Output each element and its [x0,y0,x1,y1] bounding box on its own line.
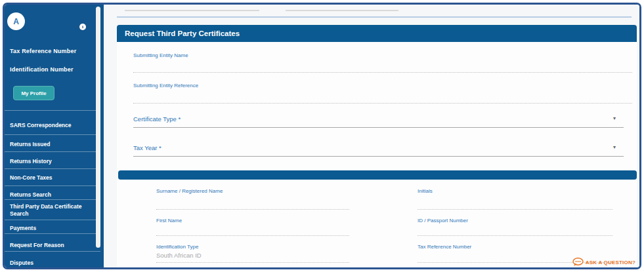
certificate-type-select[interactable]: Certificate Type * ▾ [133,113,624,128]
certificate-type-underline [133,127,624,128]
efiling-frame: A i Tax Reference Number Identification … [3,3,641,269]
identification-type-value: South African ID [156,252,202,259]
page-title: Request Third Party Certificates [125,29,240,37]
sidebar-item-sars-correspondence[interactable]: SARS Correspondence [10,122,99,129]
sidebar-divider [5,151,100,152]
request-form-card: Submitting Entity Name Submitting Entity… [117,42,637,170]
app-window: A i Tax Reference Number Identification … [0,0,644,272]
sidebar-divider [5,199,100,200]
initials-label: Initials [418,188,433,194]
tax-reference-number-field-label: Tax Reference Number [418,244,471,250]
sidebar-item-request-for-reason[interactable]: Request For Reason [10,242,99,249]
top-field-underline [286,10,398,11]
surname-registered-name-input[interactable] [156,209,349,210]
sidebar-divider [5,251,100,252]
tax-year-select[interactable]: Tax Year * ▾ [133,142,624,157]
sidebar-divider [5,134,100,135]
sidebar-item-returns-issued[interactable]: Returns Issued [10,141,99,148]
party-details-card: Surname / Registered Name First Name Ide… [117,180,637,267]
identification-number-label: Identification Number [10,66,74,73]
initials-input[interactable] [418,209,612,210]
submitting-entity-reference-input[interactable] [133,103,632,104]
chat-bubble-icon [572,258,584,267]
avatar[interactable]: A [7,12,25,30]
my-profile-button[interactable]: My Profile [13,86,54,100]
chevron-down-icon: ▾ [613,115,616,121]
party-details-section-bar [118,170,637,180]
ask-a-question-button[interactable]: ASK A QUESTION? [572,258,635,267]
sidebar-item-returns-history[interactable]: Returns History [10,158,99,165]
sidebar-divider [5,110,100,111]
surname-registered-name-label: Surname / Registered Name [156,188,223,194]
chevron-down-icon: ▾ [613,144,616,150]
sidebar-item-payments[interactable]: Payments [10,225,99,232]
sidebar-scrollbar-thumb[interactable] [96,7,100,248]
submitting-entity-reference-label: Submitting Entity Reference [133,83,198,88]
sidebar-divider [5,185,100,186]
sidebar-item-disputes[interactable]: Disputes [10,260,99,267]
first-name-label: First Name [156,218,182,223]
id-passport-number-label: ID / Passport Number [418,218,468,223]
identification-type-input[interactable] [156,262,349,263]
submitting-entity-name-input[interactable] [133,72,632,73]
sidebar-divider [5,233,100,234]
sidebar-item-third-party-data-certificate-search[interactable]: Third Party Data Certificate Search [10,203,99,218]
sidebar-divider [5,220,100,220]
submitting-entity-name-label: Submitting Entity Name [133,52,188,58]
tax-year-underline [133,156,624,157]
ask-a-question-label: ASK A QUESTION? [586,260,635,265]
identification-type-label: Identification Type [156,244,198,250]
info-icon[interactable]: i [79,24,86,30]
sidebar: A i Tax Reference Number Identification … [5,5,104,267]
main-content: Request Third Party Certificates Submitt… [104,5,639,267]
top-field-underline [125,10,259,11]
sidebar-item-returns-search[interactable]: Returns Search [10,191,99,199]
id-passport-number-input[interactable] [418,235,612,236]
page-title-bar: Request Third Party Certificates [117,25,637,42]
sidebar-divider [5,168,100,169]
first-name-input[interactable] [156,235,349,236]
top-section-divider [117,16,632,18]
sidebar-item-non-core-taxes[interactable]: Non-Core Taxes [10,174,99,182]
avatar-letter: A [13,17,19,26]
tax-reference-number-label: Tax Reference Number [10,48,76,54]
certificate-type-label: Certificate Type * [133,115,181,123]
tax-year-label: Tax Year * [133,144,161,151]
